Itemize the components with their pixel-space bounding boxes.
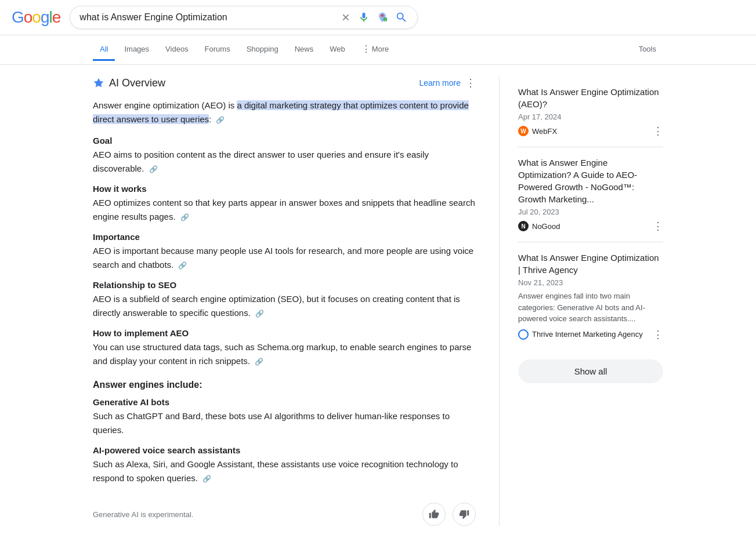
link-icon-how-it-works[interactable]: 🔗 — [180, 213, 189, 221]
svg-rect-1 — [384, 17, 388, 21]
source-title-nogood[interactable]: What is Answer Engine Optimization? A Gu… — [518, 157, 663, 205]
search-input[interactable] — [79, 12, 336, 23]
section-text-relationship-seo: AEO is a subfield of search engine optim… — [93, 292, 476, 320]
thrive-favicon-icon — [518, 329, 529, 340]
learn-more-button[interactable]: Learn more — [419, 78, 461, 88]
show-all-button[interactable]: Show all — [518, 359, 663, 383]
source-favicon-thrive: Thrive Internet Marketing Agency — [518, 329, 643, 340]
tab-videos[interactable]: Videos — [158, 39, 196, 61]
ai-section-importance: Importance AEO is important because many… — [93, 232, 476, 272]
ai-section-how-it-works: How it works AEO optimizes content so th… — [93, 184, 476, 224]
search-button[interactable] — [395, 11, 408, 24]
section-title-goal: Goal — [93, 136, 476, 146]
ai-section-relationship-seo: Relationship to SEO AEO is a subfield of… — [93, 280, 476, 320]
source-date-webfx: Apr 17, 2024 — [518, 112, 663, 121]
link-icon[interactable]: 🔗 — [216, 116, 225, 124]
section-title-relationship-seo: Relationship to SEO — [93, 280, 476, 290]
source-more-button-webfx[interactable]: ⋮ — [653, 125, 663, 137]
google-logo[interactable]: Google — [12, 8, 60, 27]
tab-more[interactable]: ⋮ More — [355, 38, 396, 62]
image-search-button[interactable] — [377, 12, 388, 23]
source-title-thrive[interactable]: What Is Answer Engine Optimization | Thr… — [518, 252, 663, 276]
section-text-goal: AEO aims to position content as the dire… — [93, 148, 476, 176]
link-icon-implement[interactable]: 🔗 — [255, 358, 263, 366]
nav-tabs: All Images Videos Forums Shopping News W… — [0, 35, 756, 65]
main-content: AI Overview Learn more ⋮ Answer engine o… — [0, 65, 756, 537]
source-meta-webfx: W WebFX ⋮ — [518, 125, 663, 137]
source-favicon-webfx: W WebFX — [518, 126, 557, 136]
ai-overview-more-button[interactable]: ⋮ — [465, 77, 476, 89]
voice-search-button[interactable] — [358, 12, 370, 23]
section-title-importance: Importance — [93, 232, 476, 242]
source-meta-nogood: N NoGood ⋮ — [518, 220, 663, 232]
section-text-how-it-works: AEO optimizes content so that key parts … — [93, 196, 476, 224]
answer-engines-section: Answer engines include: Generative AI bo… — [93, 380, 476, 485]
thumbs-up-button[interactable] — [422, 503, 446, 526]
search-bar — [70, 6, 418, 29]
source-name-thrive: Thrive Internet Marketing Agency — [532, 330, 643, 339]
search-icons — [341, 11, 408, 24]
section-title-voice-assistants: AI-powered voice search assistants — [93, 445, 476, 455]
link-icon-relationship-seo[interactable]: 🔗 — [255, 310, 264, 318]
ai-overview-header: AI Overview Learn more ⋮ — [93, 77, 476, 89]
ai-section-generative-bots: Generative AI bots Such as ChatGPT and B… — [93, 397, 476, 437]
link-icon-importance[interactable]: 🔗 — [178, 261, 187, 270]
section-title-generative-bots: Generative AI bots — [93, 397, 476, 407]
tab-forums[interactable]: Forums — [198, 39, 237, 61]
source-name-webfx: WebFX — [532, 127, 557, 136]
source-more-button-nogood[interactable]: ⋮ — [653, 220, 663, 232]
thumbs-down-button[interactable] — [453, 503, 476, 526]
source-snippet-thrive: Answer engines fall into two main catego… — [518, 290, 663, 325]
right-panel: What Is Answer Engine Optimization (AEO)… — [499, 77, 663, 526]
ai-overview-title: AI Overview — [93, 77, 165, 89]
section-text-implement: You can use structured data tags, such a… — [93, 340, 476, 368]
nogood-favicon-icon: N — [518, 221, 529, 231]
source-date-thrive: Nov 21, 2023 — [518, 278, 663, 287]
feedback-buttons — [422, 503, 476, 526]
source-favicon-nogood: N NoGood — [518, 221, 560, 231]
source-card-webfx: What Is Answer Engine Optimization (AEO)… — [518, 77, 663, 147]
tab-tools[interactable]: Tools — [632, 39, 663, 61]
clear-search-button[interactable] — [341, 12, 351, 23]
link-icon-voice[interactable]: 🔗 — [202, 475, 211, 483]
header: Google — [0, 0, 756, 35]
ai-section-goal: Goal AEO aims to position content as the… — [93, 136, 476, 176]
ai-overview-label: AI Overview — [109, 77, 165, 89]
ai-section-voice-assistants: AI-powered voice search assistants Such … — [93, 445, 476, 485]
source-meta-thrive: Thrive Internet Marketing Agency ⋮ — [518, 328, 663, 341]
source-date-nogood: Jul 20, 2023 — [518, 208, 663, 216]
tab-images[interactable]: Images — [117, 39, 156, 61]
source-more-button-thrive[interactable]: ⋮ — [653, 328, 663, 341]
link-icon-goal[interactable]: 🔗 — [149, 165, 158, 173]
ai-intro: Answer engine optimization (AEO) is a di… — [93, 99, 476, 126]
tab-web[interactable]: Web — [323, 39, 352, 61]
left-panel: AI Overview Learn more ⋮ Answer engine o… — [93, 77, 476, 526]
webfx-favicon-icon: W — [518, 126, 529, 136]
ai-footer: Generative AI is experimental. — [93, 497, 476, 526]
ai-diamond-icon — [93, 77, 104, 89]
tab-all[interactable]: All — [93, 39, 115, 61]
answer-engines-title: Answer engines include: — [93, 380, 476, 390]
source-name-nogood: NoGood — [532, 222, 560, 231]
ai-overview-actions: Learn more ⋮ — [419, 77, 476, 89]
section-text-voice-assistants: Such as Alexa, Siri, and Google Assistan… — [93, 457, 476, 485]
section-text-generative-bots: Such as ChatGPT and Bard, these bots use… — [93, 409, 476, 437]
experimental-label: Generative AI is experimental. — [93, 510, 193, 519]
source-title-webfx[interactable]: What Is Answer Engine Optimization (AEO)… — [518, 86, 663, 110]
source-card-nogood: What is Answer Engine Optimization? A Gu… — [518, 147, 663, 242]
section-text-importance: AEO is important because many people use… — [93, 244, 476, 272]
source-card-thrive: What Is Answer Engine Optimization | Thr… — [518, 242, 663, 350]
tab-shopping[interactable]: Shopping — [240, 39, 285, 61]
section-title-implement: How to implement AEO — [93, 328, 476, 338]
ai-section-implement: How to implement AEO You can use structu… — [93, 328, 476, 368]
tab-news[interactable]: News — [288, 39, 321, 61]
section-title-how-it-works: How it works — [93, 184, 476, 194]
